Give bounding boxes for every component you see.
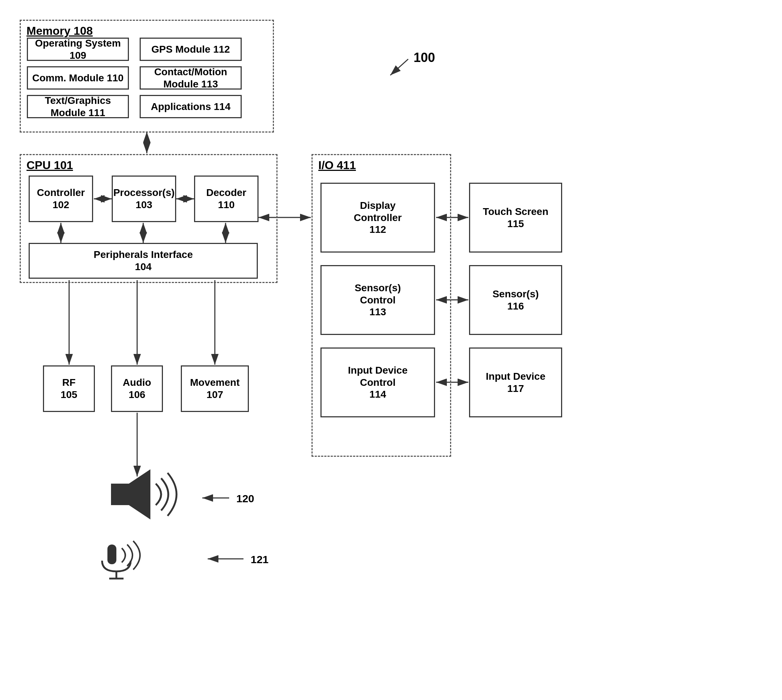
sensors-box: Sensor(s)116: [469, 265, 562, 335]
applications-box: Applications 114: [140, 95, 242, 118]
gps-box: GPS Module 112: [140, 38, 242, 61]
audio-box: Audio106: [111, 365, 163, 412]
peripherals-box: Peripherals Interface104: [29, 243, 258, 279]
contact-motion-box: Contact/Motion Module 113: [140, 66, 242, 90]
movement-box: Movement107: [181, 365, 249, 412]
input-device-control-label: Input DeviceControl114: [348, 364, 408, 400]
text-graphics-label: Text/Graphics Module 111: [28, 95, 128, 118]
speaker-label: 120: [236, 493, 254, 505]
movement-label: Movement107: [190, 377, 240, 400]
text-graphics-box: Text/Graphics Module 111: [27, 95, 129, 118]
audio-label: Audio106: [123, 377, 151, 400]
sensor-control-box: Sensor(s)Control113: [321, 265, 435, 335]
svg-rect-21: [111, 483, 129, 505]
svg-rect-23: [107, 545, 116, 564]
decoder-box: Decoder110: [194, 175, 258, 222]
decoder-label: Decoder110: [206, 187, 246, 211]
io-label: I/O 411: [318, 159, 356, 172]
controller-box: Controller102: [29, 175, 93, 222]
input-device-box: Input Device117: [469, 347, 562, 417]
diagram: Memory 108 Operating System 109 GPS Modu…: [0, 0, 782, 700]
memory-label: Memory 108: [27, 24, 93, 38]
applications-label: Applications 114: [151, 101, 231, 113]
rf-box: RF105: [43, 365, 95, 412]
display-controller-box: DisplayController112: [321, 183, 435, 253]
speaker-icon: [104, 462, 197, 527]
processor-label: Processor(s)103: [113, 187, 175, 211]
controller-label: Controller102: [37, 187, 85, 211]
input-device-control-box: Input DeviceControl114: [321, 347, 435, 417]
os-label: Operating System 109: [28, 37, 128, 61]
touch-screen-label: Touch Screen115: [483, 206, 548, 230]
comm-label: Comm. Module 110: [32, 72, 123, 84]
svg-marker-22: [129, 469, 150, 520]
svg-line-20: [390, 59, 408, 75]
os-box: Operating System 109: [27, 38, 129, 61]
processor-box: Processor(s)103: [112, 175, 176, 222]
sensors-label: Sensor(s)116: [492, 288, 539, 312]
headphone-icon: [86, 534, 158, 580]
headphone-label: 121: [251, 553, 268, 566]
input-device-label: Input Device117: [486, 370, 545, 394]
gps-label: GPS Module 112: [151, 43, 230, 55]
comm-box: Comm. Module 110: [27, 66, 129, 90]
label-100: 100: [414, 50, 435, 65]
touch-screen-box: Touch Screen115: [469, 183, 562, 253]
contact-motion-label: Contact/Motion Module 113: [141, 66, 241, 90]
cpu-label: CPU 101: [27, 159, 73, 172]
display-controller-label: DisplayController112: [354, 200, 402, 236]
peripherals-label: Peripherals Interface104: [93, 248, 193, 273]
sensor-control-label: Sensor(s)Control113: [354, 282, 401, 318]
rf-label: RF105: [60, 377, 77, 400]
